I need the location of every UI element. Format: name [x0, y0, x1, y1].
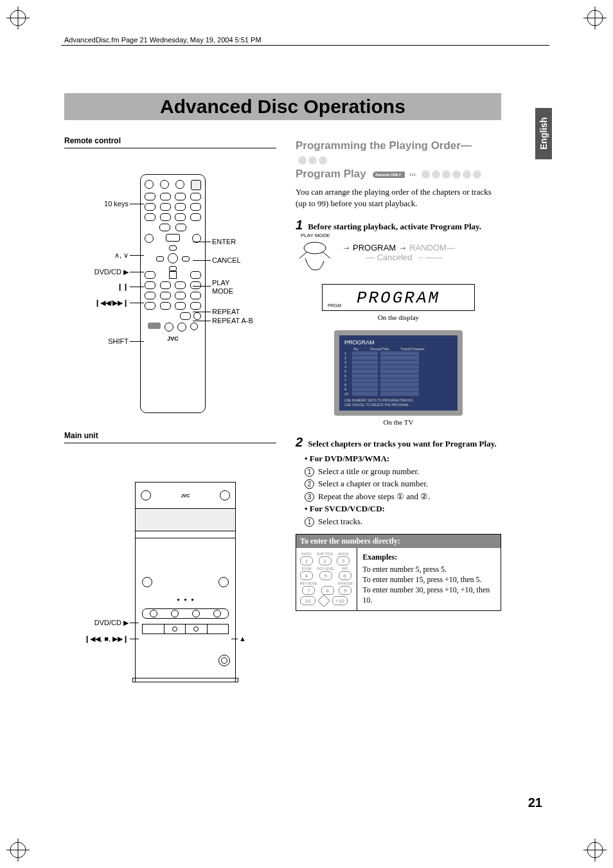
page-number: 21	[528, 795, 542, 810]
mainunit-outline: JVC	[135, 482, 236, 682]
svg-line-13	[323, 252, 330, 258]
lcd-text: PROGRAM	[328, 288, 469, 308]
kp-lbl-vfp: VFP	[342, 567, 348, 571]
remote-brand: JVC	[145, 335, 201, 342]
step2-text: Select chapters or tracks you want for P…	[308, 439, 497, 448]
page-title-banner: Advanced Disc Operations	[64, 93, 501, 120]
cycle-program: PROGRAM	[353, 243, 396, 252]
s2c: Repeat the above steps ① and ②.	[318, 492, 431, 501]
cycle-canceled: Canceled	[377, 252, 413, 262]
remote-label: Remote control	[64, 136, 276, 145]
intro-text: You can arrange the playing order of the…	[296, 186, 501, 209]
language-tab: English	[535, 108, 552, 159]
label-shift: SHIFT	[77, 337, 129, 345]
svg-line-14	[299, 252, 307, 258]
kp-lbl-sub: SUB TITLE	[317, 552, 333, 556]
label-repeatab: REPEAT A-B	[212, 317, 253, 324]
label-skip: ❙◀◀/▶▶❙	[77, 299, 129, 307]
regmark-bl	[5, 837, 31, 863]
label-playmode2: MODE	[212, 287, 233, 295]
tv-h2: Group/Title	[370, 347, 389, 351]
label-cursor: ∧, ∨	[77, 251, 129, 260]
kp-3: 3	[337, 556, 350, 565]
label-repeat: REPEAT	[212, 308, 240, 315]
mainunit-label: Main unit	[64, 431, 276, 440]
hand-press-icon	[296, 239, 334, 280]
kp-9: 9	[339, 586, 351, 595]
section-line2: Program Play	[296, 168, 366, 180]
step2-sublist: • For DVD/MP3/WMA: 1Select a title or gr…	[305, 452, 501, 527]
tv-h3: Track/Chapter	[400, 347, 425, 351]
enter-numbers-box: To enter the numbers directly: AUDIO1 SU…	[296, 534, 501, 611]
kp-lbl-zoom: ZOOM	[302, 567, 312, 571]
tv-foot2: USE CANCEL TO DELETE THE PROGRAM.	[344, 403, 452, 407]
kp-5: 5	[319, 571, 332, 580]
label-dvdcd: DVD/CD ▶	[64, 268, 129, 276]
lcd-display: PROGRAM PRGM	[322, 284, 475, 311]
mode-btn-label: PLAY MODE	[301, 233, 330, 238]
step-1: 1 Before starting playback, activate Pro…	[296, 218, 501, 233]
tv-h1: No	[353, 347, 359, 351]
cycle-random: RANDOM	[409, 243, 447, 252]
kp-7: 7	[302, 586, 315, 595]
mu-label-dvdcd: DVD/CD ▶	[64, 619, 129, 627]
step-2: 2 Select chapters or tracks you want for…	[296, 435, 501, 450]
page-title: Advanced Disc Operations	[160, 96, 405, 118]
label-10keys: 10 keys	[77, 200, 129, 208]
s2a: Select a title or group number.	[318, 466, 419, 476]
kp-6: 6	[339, 571, 351, 580]
ex3: To enter number 30, press +10, +10, then…	[362, 585, 495, 605]
s2d: Select tracks.	[318, 517, 362, 526]
remote-only-badge: Remote ONLY	[373, 172, 405, 178]
examples-head: Examples:	[362, 552, 495, 562]
signal-icon: ›››	[409, 170, 416, 179]
kp-lbl-angle: ANGLE	[338, 552, 349, 556]
regmark-tr	[582, 5, 608, 31]
step1-text: Before starting playback, activate Progr…	[308, 222, 481, 231]
caption-display: On the display	[296, 314, 501, 321]
label-enter: ENTER	[212, 238, 236, 245]
tv-title: PROGRAM	[344, 339, 452, 346]
examples: Examples: To enter number 5, press 5. To…	[357, 548, 501, 610]
label-playmode1: PLAY	[212, 279, 229, 287]
kp-8: 8	[321, 586, 334, 595]
divider	[64, 443, 276, 443]
kp-lbl-rev: REV MODE	[300, 581, 317, 586]
section-line1: Programming the Playing Order—	[296, 139, 472, 152]
kp-2: 2	[319, 556, 332, 565]
section-title: Programming the Playing Order— Program P…	[296, 139, 501, 181]
for-svcd: For SVCD/VCD/CD:	[310, 504, 385, 513]
label-cancel: CANCEL	[212, 256, 241, 264]
kp-1: 1	[300, 556, 313, 565]
keypad-diagram: AUDIO1 SUB TITLE2 ANGLE3 ZOOM4 DVD LEVEL…	[296, 548, 357, 610]
kp-lbl-fm: FM MODE	[338, 581, 353, 586]
ex1: To enter number 5, press 5.	[362, 564, 495, 574]
kp-lbl-audio: AUDIO	[301, 552, 312, 556]
ex2: To enter number 15, press +10, then 5.	[362, 574, 495, 585]
s2b: Select a chapter or track number.	[318, 479, 428, 488]
label-pause: ❙❙	[77, 283, 129, 291]
tv-screen: PROGRAM NoGroup/TitleTrack/Chapter 1 2 3…	[334, 330, 463, 416]
regmark-br	[582, 837, 608, 863]
header-filename: AdvancedDisc.fm Page 21 Wednesday, May 1…	[64, 36, 262, 44]
mu-label-transport: ❙◀◀, ■, ▶▶❙	[64, 635, 129, 643]
remote-diagram: 10 keys ∧, ∨ DVD/CD ▶ ❙❙ ❙◀◀/▶▶❙ SHIFT E…	[64, 148, 276, 431]
kp-lbl-dvdlvl: DVD LEVEL	[317, 567, 335, 571]
enter-header: To enter the numbers directly:	[296, 535, 501, 548]
header-rule	[61, 45, 549, 46]
mu-label-eject: ▲	[239, 635, 246, 642]
kp-plus10: +10	[332, 596, 348, 605]
caption-tv: On the TV	[296, 418, 501, 426]
kp-diamond	[317, 594, 330, 607]
playmode-diagram: PLAY MODE →PROGRAM→RANDOM— — Canceled ←—…	[296, 239, 501, 279]
for-dvd: For DVD/MP3/WMA:	[310, 454, 389, 463]
regmark-tl	[5, 5, 31, 31]
kp-4: 4	[300, 571, 313, 580]
step2-num: 2	[296, 435, 303, 449]
lcd-prgm: PRGM	[328, 303, 341, 308]
mainunit-diagram: DVD/CD ▶ ❙◀◀, ■, ▶▶❙ ▲ JVC	[64, 456, 276, 726]
remote-outline: JVC	[140, 174, 206, 413]
step1-num: 1	[296, 218, 303, 232]
kp-10: 10	[300, 596, 315, 605]
